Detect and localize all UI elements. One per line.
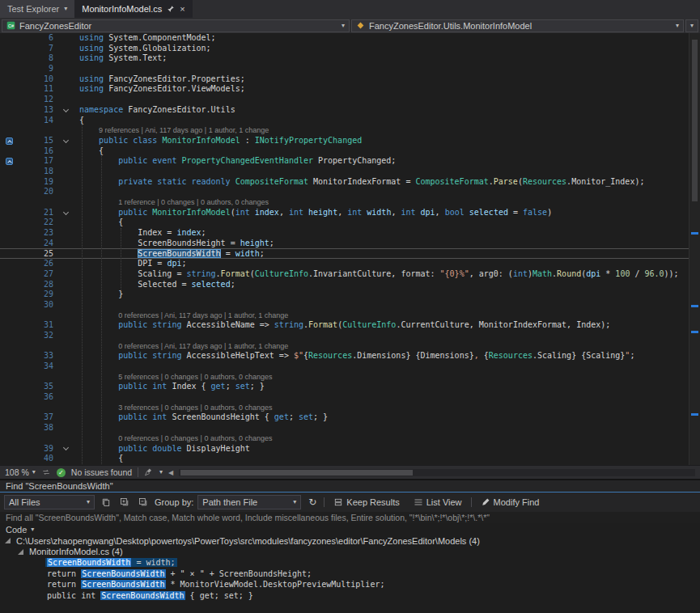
member-dropdown-button[interactable]: ▾ xyxy=(685,19,698,32)
codelens-text[interactable]: 3 references | 0 changes | 0 authors, 0 … xyxy=(73,403,272,413)
code-text[interactable]: public MonitorInfoModel(int index, int h… xyxy=(73,208,552,218)
sync-document-icon[interactable] xyxy=(41,467,51,477)
fold-margin[interactable] xyxy=(58,177,73,188)
glyph-margin[interactable] xyxy=(0,454,18,464)
chevron-down-icon[interactable]: ▾ xyxy=(159,469,163,476)
copy-icon[interactable] xyxy=(99,495,113,509)
code-text[interactable]: public int ScreenBoundsHeight { get; set… xyxy=(73,412,328,423)
fold-margin[interactable] xyxy=(58,167,73,177)
glyph-margin[interactable] xyxy=(0,187,18,197)
inheritance-margin-icon[interactable] xyxy=(6,158,13,165)
chevron-down-icon[interactable]: ▾ xyxy=(342,23,345,29)
fold-margin[interactable] xyxy=(58,280,73,290)
fold-margin[interactable] xyxy=(58,259,73,269)
fold-margin[interactable] xyxy=(58,454,73,464)
fold-margin[interactable] xyxy=(58,249,73,258)
glyph-margin[interactable] xyxy=(0,228,18,239)
expand-all-icon[interactable] xyxy=(117,495,132,509)
glyph-margin[interactable] xyxy=(0,167,18,177)
tab-test-explorer[interactable]: Test Explorer ▾ xyxy=(0,0,74,18)
glyph-margin[interactable] xyxy=(0,105,18,116)
glyph-margin[interactable] xyxy=(0,239,18,249)
vertical-scrollbar[interactable] xyxy=(689,33,700,465)
glyph-margin[interactable] xyxy=(0,146,18,157)
glyph-margin[interactable] xyxy=(0,444,18,454)
glyph-margin[interactable] xyxy=(0,341,18,352)
fold-margin[interactable] xyxy=(58,64,73,74)
code-text[interactable] xyxy=(73,423,79,433)
fold-margin[interactable] xyxy=(58,341,73,352)
code-text[interactable]: namespace FancyZonesEditor.Utils xyxy=(73,105,235,116)
glyph-margin[interactable] xyxy=(0,95,18,105)
glyph-margin[interactable] xyxy=(0,372,18,383)
code-text[interactable] xyxy=(73,300,79,311)
fold-margin[interactable] xyxy=(58,33,73,44)
code-text[interactable] xyxy=(73,392,79,403)
codelens-text[interactable]: 5 references | 0 changes | 0 authors, 0 … xyxy=(73,372,272,383)
scrollbar-thumb[interactable] xyxy=(692,40,698,201)
list-view-button[interactable]: List View xyxy=(409,495,467,509)
modify-find-button[interactable]: Modify Find xyxy=(476,495,545,509)
code-text[interactable]: public string AccessibleHelpText => $"{R… xyxy=(73,351,634,361)
glyph-margin[interactable] xyxy=(0,177,18,188)
code-text[interactable]: using System.ComponentModel; xyxy=(73,33,216,44)
fold-margin[interactable] xyxy=(58,331,73,341)
fold-margin[interactable] xyxy=(58,361,73,372)
code-text[interactable]: public event PropertyChangedEventHandler… xyxy=(73,156,396,167)
code-text[interactable]: private static readonly CompositeFormat … xyxy=(73,177,644,188)
fold-margin[interactable] xyxy=(58,125,73,136)
glyph-margin[interactable] xyxy=(0,208,18,218)
glyph-margin[interactable] xyxy=(0,382,18,392)
fold-margin[interactable] xyxy=(58,290,73,300)
result-row[interactable]: return ScreenBoundsWidth * MonitorViewMo… xyxy=(0,579,700,590)
codelens-text[interactable]: 9 references | Ani, 117 days ago | 1 aut… xyxy=(73,125,269,136)
fold-margin[interactable] xyxy=(58,372,73,383)
code-text[interactable] xyxy=(73,187,79,197)
glyph-margin[interactable] xyxy=(0,53,18,64)
glyph-margin[interactable] xyxy=(0,84,18,95)
result-group-row[interactable]: MonitorInfoModel.cs (4) xyxy=(0,547,700,558)
glyph-margin[interactable] xyxy=(0,361,18,372)
result-row[interactable]: return ScreenBoundsWidth + " × " + Scree… xyxy=(0,569,700,580)
glyph-margin[interactable] xyxy=(0,423,18,433)
fold-margin[interactable] xyxy=(58,105,73,116)
fold-margin[interactable] xyxy=(58,84,73,95)
fold-margin[interactable] xyxy=(58,423,73,433)
glyph-margin[interactable] xyxy=(0,412,18,423)
expand-triangle-icon[interactable] xyxy=(5,538,11,543)
fold-margin[interactable] xyxy=(58,239,73,249)
glyph-margin[interactable] xyxy=(0,218,18,228)
tab-monitorinfomodel[interactable]: MonitorInfoModel.cs × xyxy=(74,0,192,18)
fold-margin[interactable] xyxy=(58,208,73,218)
code-text[interactable] xyxy=(73,361,79,372)
fold-chevron-icon[interactable] xyxy=(62,137,68,143)
refresh-icon[interactable]: ↻ xyxy=(305,495,320,509)
glyph-margin[interactable] xyxy=(0,116,18,126)
fold-margin[interactable] xyxy=(58,412,73,423)
chevron-down-icon[interactable]: ▾ xyxy=(64,6,67,12)
glyph-margin[interactable] xyxy=(0,269,18,280)
type-dropdown[interactable]: FancyZonesEditor.Utils.MonitorInfoModel … xyxy=(351,19,684,32)
close-icon[interactable]: × xyxy=(180,5,185,14)
project-dropdown[interactable]: C# FancyZonesEditor ▾ xyxy=(2,19,350,32)
result-row[interactable]: public int ScreenBoundsWidth { get; set;… xyxy=(0,590,700,602)
horizontal-scrollbar[interactable] xyxy=(179,469,695,476)
result-group-row[interactable]: C:\Users\zhaopengwang\Desktop\powertoys\… xyxy=(0,535,700,547)
keep-results-button[interactable]: Keep Results xyxy=(329,495,404,509)
glyph-margin[interactable] xyxy=(0,433,18,444)
glyph-margin[interactable] xyxy=(0,320,18,331)
code-text[interactable] xyxy=(73,95,79,105)
fold-margin[interactable] xyxy=(58,300,73,311)
glyph-margin[interactable] xyxy=(0,311,18,321)
glyph-margin[interactable] xyxy=(0,403,18,413)
fold-margin[interactable] xyxy=(58,392,73,403)
code-text[interactable]: using FancyZonesEditor.Properties; xyxy=(73,74,245,85)
health-status[interactable]: No issues found xyxy=(71,467,132,477)
result-type-filter[interactable]: Code ▾ xyxy=(0,523,700,535)
fold-margin[interactable] xyxy=(58,44,73,54)
glyph-margin[interactable] xyxy=(0,74,18,85)
fold-margin[interactable] xyxy=(58,269,73,280)
codelens-text[interactable]: 1 reference | 0 changes | 0 authors, 0 c… xyxy=(73,197,269,208)
code-text[interactable]: ScreenBoundsHeight = height; xyxy=(73,239,274,249)
expand-triangle-icon[interactable] xyxy=(18,549,23,555)
